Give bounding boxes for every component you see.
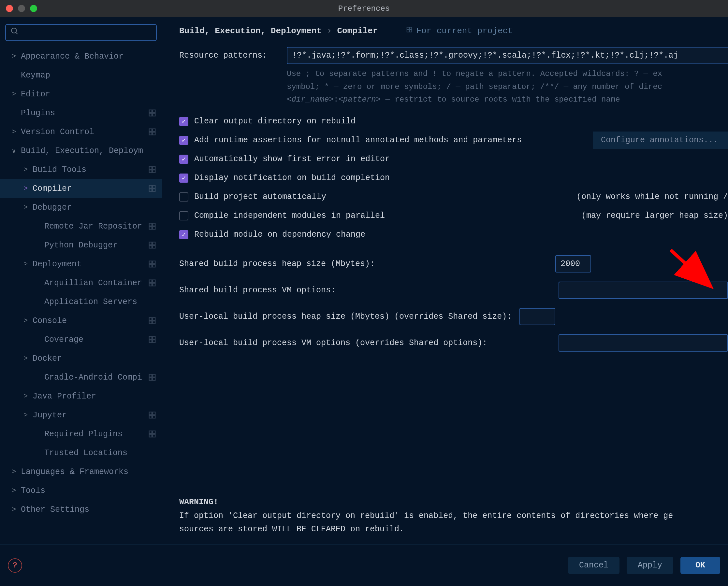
ok-button[interactable]: OK [680, 557, 720, 574]
checkbox-label: Add runtime assertions for notnull-annot… [194, 135, 522, 145]
sidebar-item-required-plugins[interactable]: Required Plugins [0, 425, 162, 444]
checkbox-row-2: Automatically show first error in editor [179, 150, 728, 169]
sidebar-item-build-tools[interactable]: Build Tools [0, 160, 162, 179]
content-panel: Build, Execution, Deployment › Compiler … [162, 17, 728, 544]
svg-rect-34 [149, 318, 152, 320]
project-scope-icon [148, 241, 157, 250]
project-scope-icon [148, 184, 157, 193]
svg-rect-48 [149, 416, 152, 418]
sidebar-item-docker[interactable]: Docker [0, 349, 162, 368]
breadcrumb-separator: › [327, 26, 332, 36]
search-icon [10, 27, 19, 38]
sidebar-item-coverage[interactable]: Coverage [0, 330, 162, 349]
checkbox[interactable] [179, 230, 189, 239]
breadcrumb-root[interactable]: Build, Execution, Deployment [179, 26, 322, 36]
project-scope-icon [148, 410, 157, 420]
sidebar-item-arquillian-container[interactable]: Arquillian Container [0, 273, 162, 292]
sidebar-item-version-control[interactable]: Version Control [0, 123, 162, 141]
project-scope-icon [148, 108, 157, 117]
chevron-right-icon [23, 185, 32, 193]
chevron-right-icon [23, 392, 32, 400]
checkbox-row-4: Build project automatically(only works w… [179, 188, 728, 206]
svg-rect-49 [152, 416, 155, 418]
svg-rect-19 [152, 223, 155, 226]
sidebar-item-label: Arquillian Container [44, 278, 148, 288]
heap-user-input[interactable] [520, 308, 555, 325]
window-title: Preferences [338, 4, 390, 13]
checkbox-row-3: Display notification on build completion [179, 169, 728, 188]
heap-shared-input[interactable] [555, 255, 591, 272]
chevron-right-icon [12, 468, 21, 476]
checkbox-aside-note: (may require larger heap size) [581, 211, 728, 220]
vm-shared-input[interactable] [558, 282, 728, 299]
sidebar-item-debugger[interactable]: Debugger [0, 198, 162, 217]
help-icon[interactable]: ? [8, 558, 22, 572]
svg-rect-35 [152, 318, 155, 320]
sidebar-item-other-settings[interactable]: Other Settings [0, 500, 162, 519]
sidebar-item-console[interactable]: Console [0, 311, 162, 330]
close-window-button[interactable] [6, 5, 13, 12]
svg-rect-21 [152, 227, 155, 229]
svg-rect-51 [152, 431, 155, 434]
sidebar-item-languages-frameworks[interactable]: Languages & Frameworks [0, 462, 162, 481]
chevron-right-icon [12, 487, 21, 495]
svg-rect-23 [152, 242, 155, 245]
checkbox[interactable] [179, 117, 189, 126]
configure-annotations-button[interactable]: Configure annotations... [593, 132, 728, 149]
svg-rect-4 [149, 113, 152, 116]
svg-rect-10 [149, 167, 152, 169]
vm-user-input[interactable] [558, 334, 728, 352]
vm-shared-label: Shared build process VM options: [179, 286, 336, 295]
sidebar-item-appearance-behavior[interactable]: Appearance & Behavior [0, 47, 162, 66]
search-input[interactable] [22, 28, 152, 37]
checkbox[interactable] [179, 174, 189, 183]
sidebar-item-keymap[interactable]: Keymap [0, 66, 162, 85]
sidebar-item-java-profiler[interactable]: Java Profiler [0, 387, 162, 406]
checkbox[interactable] [179, 211, 189, 220]
sidebar-item-label: Jupyter [32, 410, 148, 420]
sidebar-item-build-execution-deploym[interactable]: Build, Execution, Deploym [0, 141, 162, 160]
sidebar-item-remote-jar-repositor[interactable]: Remote Jar Repositor [0, 217, 162, 236]
sidebar-item-tools[interactable]: Tools [0, 481, 162, 500]
sidebar-item-label: Remote Jar Repositor [44, 222, 148, 231]
project-scope-icon [148, 373, 157, 382]
checkbox[interactable] [179, 136, 189, 145]
sidebar-item-python-debugger[interactable]: Python Debugger [0, 236, 162, 255]
sidebar-item-jupyter[interactable]: Jupyter [0, 406, 162, 425]
chevron-down-icon [12, 146, 21, 155]
sidebar-item-label: Deployment [32, 260, 148, 269]
maximize-window-button[interactable] [30, 5, 37, 12]
sidebar-item-application-servers[interactable]: Application Servers [0, 292, 162, 311]
sidebar-item-deployment[interactable]: Deployment [0, 255, 162, 273]
sidebar-item-editor[interactable]: Editor [0, 85, 162, 104]
sidebar-item-label: Other Settings [21, 505, 162, 514]
svg-rect-12 [149, 170, 152, 172]
window-controls [6, 5, 37, 12]
chevron-right-icon [12, 52, 21, 60]
minimize-window-button[interactable] [18, 5, 25, 12]
chevron-right-icon [12, 128, 21, 136]
svg-rect-38 [149, 337, 152, 339]
sidebar-item-trusted-locations[interactable]: Trusted Locations [0, 444, 162, 462]
svg-rect-47 [152, 412, 155, 415]
sidebar-item-label: Compiler [32, 184, 148, 193]
cancel-button[interactable]: Cancel [568, 557, 620, 574]
sidebar-item-label: Build, Execution, Deploym [21, 146, 162, 156]
svg-rect-53 [152, 434, 155, 437]
sidebar-item-label: Appearance & Behavior [21, 52, 162, 61]
resource-patterns-input[interactable] [287, 47, 728, 64]
svg-rect-57 [410, 30, 411, 32]
apply-button[interactable]: Apply [627, 557, 673, 574]
sidebar-item-label: Version Control [21, 127, 148, 137]
project-scope-icon [148, 165, 157, 174]
checkbox[interactable] [179, 155, 189, 164]
chevron-right-icon [23, 411, 32, 419]
svg-rect-8 [149, 132, 152, 135]
svg-rect-32 [149, 283, 152, 286]
sidebar-item-plugins[interactable]: Plugins [0, 104, 162, 123]
checkbox[interactable] [179, 192, 189, 202]
sidebar-item-gradle-android-compi[interactable]: Gradle-Android Compi [0, 368, 162, 387]
search-box[interactable] [5, 24, 157, 41]
settings-tree: Appearance & BehaviorKeymapEditorPlugins… [0, 47, 162, 544]
sidebar-item-compiler[interactable]: Compiler [0, 179, 162, 198]
